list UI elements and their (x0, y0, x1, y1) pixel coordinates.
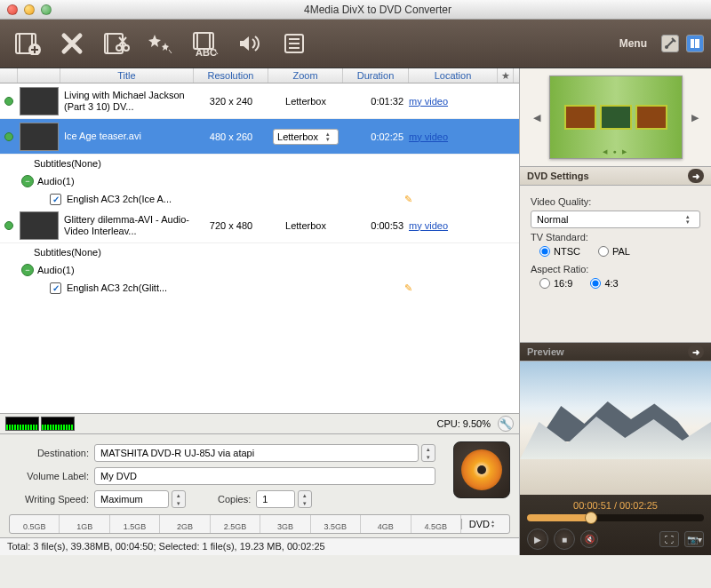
collapse-icon[interactable]: − (21, 175, 34, 187)
destination-select[interactable]: MATSHITA DVD-R UJ-85J via atapi (94, 444, 419, 462)
svg-rect-5 (107, 34, 108, 53)
layout-icon[interactable] (686, 35, 704, 52)
svg-text:ABC: ABC (196, 47, 217, 56)
size-tick: 4GB (361, 515, 411, 533)
video-quality-select[interactable]: Normal▴▾ (531, 211, 700, 228)
col-indicator[interactable] (0, 68, 18, 83)
tv-standard-label: TV Standard: (531, 232, 700, 242)
snapshot-button[interactable]: 📷▾ (684, 531, 704, 547)
file-zoom: Letterbox (268, 96, 343, 107)
col-zoom[interactable]: Zoom (268, 68, 343, 83)
burn-button[interactable] (453, 441, 510, 498)
status-bar: Total: 3 file(s), 39.38MB, 00:04:50; Sel… (0, 537, 519, 555)
add-file-button[interactable] (7, 26, 48, 61)
prev-template-button[interactable]: ◀ (530, 110, 544, 124)
checkbox[interactable]: ✓ (50, 194, 61, 205)
audio-button[interactable] (229, 26, 270, 61)
settings-icon[interactable] (661, 35, 679, 52)
close-window-button[interactable] (7, 4, 18, 15)
copies-stepper[interactable]: ▴▾ (298, 490, 312, 508)
zoom-select[interactable]: Letterbox▴▾ (273, 129, 339, 145)
ntsc-radio[interactable]: NTSC (539, 246, 580, 257)
zoom-window-button[interactable] (41, 4, 52, 15)
chapter-button[interactable] (274, 26, 315, 61)
menu-template-thumbnail[interactable]: ◀ ● ▶ (549, 75, 683, 159)
writing-speed-select[interactable]: Maximum (94, 490, 169, 508)
file-row[interactable]: Glittery dilemma-AVI - Audio-Video Inter… (0, 208, 519, 243)
titlebar: 4Media DivX to DVD Converter (0, 0, 711, 20)
col-location[interactable]: Location (409, 68, 498, 83)
dvd-settings-panel: Video Quality: Normal▴▾ TV Standard: NTS… (520, 186, 711, 342)
seek-knob[interactable] (585, 512, 597, 524)
effects-button[interactable] (140, 26, 181, 61)
size-tick: 2.5GB (211, 515, 260, 533)
svg-rect-15 (695, 39, 699, 48)
audio-header-row[interactable]: −Audio(1) (0, 172, 519, 190)
svg-point-13 (665, 45, 668, 49)
file-row[interactable]: Living with Michael Jackson (Part 3 10) … (0, 83, 519, 119)
play-button[interactable]: ▶ (527, 528, 548, 550)
thumbnail (20, 123, 59, 151)
size-tick: 3GB (260, 515, 310, 533)
preview-video[interactable] (520, 362, 711, 495)
col-duration[interactable]: Duration (343, 68, 409, 83)
size-tick: 1.5GB (110, 515, 160, 533)
subtitles-row[interactable]: Subtitles(None) (0, 243, 519, 261)
file-location-link[interactable]: my video (409, 220, 448, 231)
checkbox[interactable]: ✓ (50, 282, 61, 294)
file-duration: 0:01:32 (343, 96, 409, 107)
file-location-link[interactable]: my video (409, 131, 448, 142)
edit-icon[interactable]: ✎ (404, 194, 412, 205)
file-resolution: 480 x 260 (194, 131, 268, 142)
volume-label-input[interactable]: My DVD (94, 467, 435, 485)
size-tick: 4.5GB (411, 515, 461, 533)
subtitle-button[interactable]: ABC (185, 26, 226, 61)
minimize-window-button[interactable] (24, 4, 35, 15)
file-row-selected[interactable]: Ice Age teaser.avi 480 x 260 Letterbox▴▾… (0, 119, 519, 155)
cpu-graph-icon (41, 417, 75, 431)
menu-slot-icon (600, 105, 632, 130)
volume-label-label: Volume Label: (9, 471, 94, 481)
thumbnail (20, 87, 59, 115)
pal-radio[interactable]: PAL (598, 246, 630, 257)
expand-icon[interactable]: ➜ (688, 345, 704, 359)
disc-type-select[interactable]: DVD▴▾ (461, 519, 509, 529)
file-list: Living with Michael Jackson (Part 3 10) … (0, 83, 519, 413)
speed-stepper[interactable]: ▴▾ (172, 490, 186, 508)
fullscreen-button[interactable]: ⛶ (659, 531, 679, 547)
remove-button[interactable] (52, 26, 92, 61)
audio-track-row[interactable]: ✓English AC3 2ch(Glitt...✎ (0, 279, 519, 297)
col-thumbnail[interactable] (18, 68, 60, 83)
seek-slider[interactable] (527, 514, 704, 521)
dvd-settings-header[interactable]: DVD Settings ➜ (520, 166, 711, 186)
audio-header-row[interactable]: −Audio(1) (0, 261, 519, 279)
cpu-label: CPU: 9.50% (436, 418, 491, 429)
writing-speed-label: Writing Speed: (9, 494, 94, 505)
preview-header[interactable]: Preview ➜ (520, 342, 711, 362)
status-indicator-icon (4, 97, 13, 106)
col-resolution[interactable]: Resolution (194, 68, 268, 83)
file-location-link[interactable]: my video (409, 96, 448, 107)
clip-button[interactable] (96, 26, 137, 61)
copies-input[interactable]: 1 (256, 490, 295, 508)
copies-label: Copies: (186, 494, 256, 505)
edit-icon[interactable]: ✎ (404, 282, 412, 294)
collapse-icon[interactable]: − (21, 264, 34, 276)
file-title: Living with Michael Jackson (Part 3 10) … (60, 88, 194, 115)
menu-controls-icon: ◀ ● ▶ (603, 148, 627, 155)
destination-stepper[interactable]: ▴▾ (421, 444, 435, 462)
aspect-169-radio[interactable]: 16:9 (539, 278, 572, 289)
cpu-bar: CPU: 9.50% 🔧 (0, 413, 519, 434)
next-template-button[interactable]: ▶ (688, 110, 702, 124)
col-title[interactable]: Title (60, 68, 194, 83)
aspect-43-radio[interactable]: 4:3 (590, 278, 618, 289)
mute-button[interactable]: 🔇 (580, 530, 598, 548)
cpu-settings-button[interactable]: 🔧 (498, 416, 514, 432)
aspect-ratio-label: Aspect Ratio: (531, 264, 700, 274)
col-star[interactable]: ★ (498, 68, 514, 83)
stop-button[interactable]: ■ (554, 528, 575, 550)
expand-icon[interactable]: ➜ (688, 169, 704, 183)
audio-track-row[interactable]: ✓English AC3 2ch(Ice A...✎ (0, 190, 519, 208)
window-title: 4Media DivX to DVD Converter (52, 4, 704, 16)
subtitles-row[interactable]: Subtitles(None) (0, 155, 519, 172)
